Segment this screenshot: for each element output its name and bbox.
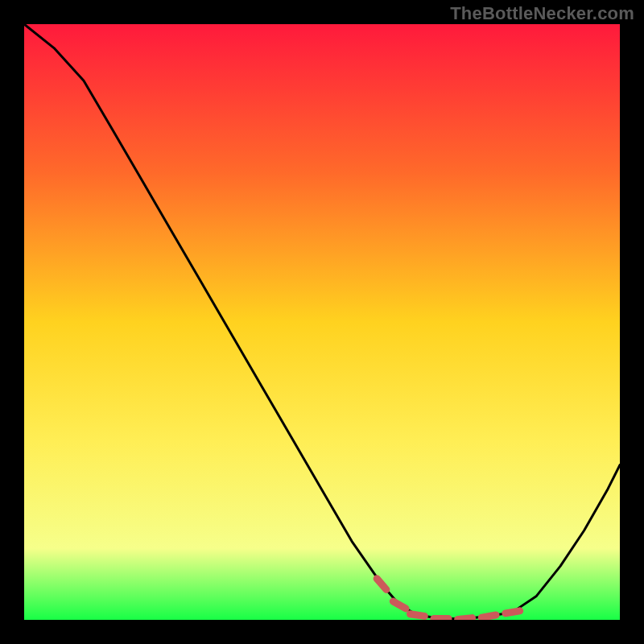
sweet-spot-markers (377, 579, 520, 620)
curve-layer (24, 24, 620, 620)
sweet-spot-marker (506, 611, 520, 613)
sweet-spot-marker (377, 579, 386, 590)
chart-frame: TheBottleNecker.com (0, 0, 644, 644)
watermark-text: TheBottleNecker.com (450, 3, 634, 24)
sweet-spot-marker (393, 601, 406, 609)
plot-area (24, 24, 620, 620)
sweet-spot-marker (458, 618, 473, 620)
sweet-spot-marker (481, 615, 496, 617)
sweet-spot-marker (411, 614, 425, 617)
bottleneck-curve (24, 24, 620, 619)
